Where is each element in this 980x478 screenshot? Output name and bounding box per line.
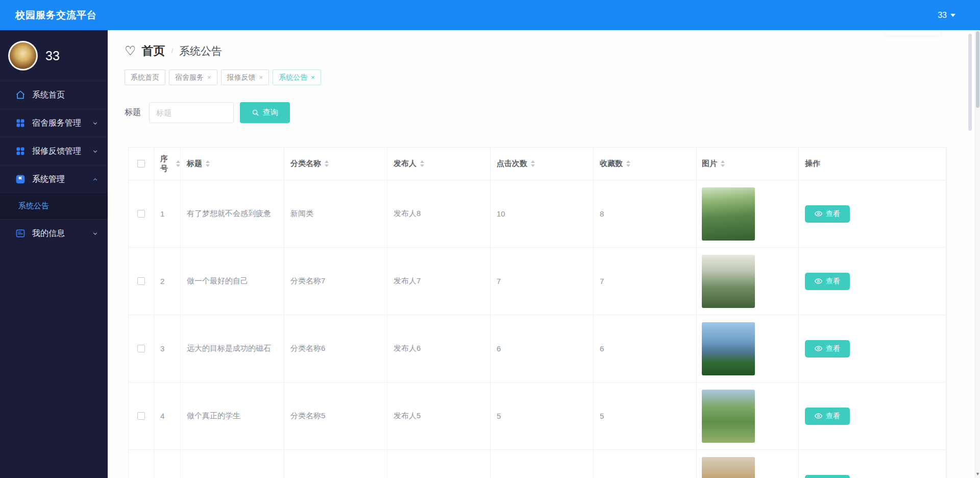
sort-icon[interactable] (325, 160, 329, 167)
row-favorite-count: 8 (594, 180, 697, 247)
column-header: 操作 (805, 159, 820, 169)
sort-icon[interactable] (626, 160, 630, 167)
row-publisher: 发布人5 (387, 383, 491, 449)
row-index: 1 (154, 180, 181, 247)
tab-label: 报修反馈 (227, 73, 256, 82)
user-menu[interactable]: 33 (938, 11, 955, 20)
view-button[interactable]: 查看 (805, 475, 850, 478)
row-image (702, 390, 755, 443)
tab-home[interactable]: 系统首页 (125, 69, 165, 85)
row-checkbox[interactable] (137, 345, 145, 352)
sidebar-item-label: 宿舍服务管理 (32, 118, 81, 129)
row-favorite-count: 5 (594, 383, 697, 449)
row-click-count: 5 (491, 383, 594, 449)
main-content: ♡ 首页 / 系统公告 系统首页 宿舍服务 × 报修反馈 × 系统公告 × 标题… (108, 0, 980, 478)
column-header: 发布人 (394, 159, 416, 169)
search-bar: 标题 查询 (125, 102, 980, 123)
sidebar-item-label: 我的信息 (32, 228, 65, 239)
column-header: 收藏数 (600, 159, 623, 169)
app-header: 校园服务交流平台 33 (0, 0, 980, 30)
row-title: 有了梦想就不会感到疲惫 (181, 180, 284, 247)
chevron-down-icon (950, 14, 955, 17)
view-button-label: 查看 (826, 209, 840, 219)
row-favorite-count: 6 (594, 315, 697, 382)
breadcrumb-home[interactable]: 首页 (141, 43, 165, 59)
table-row: 5 在大学给自己定个目标 分类名称4 发布人4 5 4 查看 (129, 450, 946, 478)
sidebar-item-home[interactable]: 系统首页 (0, 81, 108, 109)
column-header: 序号 (160, 154, 173, 174)
row-publisher: 发布人8 (387, 180, 491, 247)
row-index: 4 (154, 383, 181, 449)
sort-icon[interactable] (206, 160, 210, 167)
select-all-checkbox[interactable] (137, 160, 145, 168)
row-category: 分类名称4 (284, 450, 387, 478)
row-index: 5 (154, 450, 181, 478)
sidebar-item-repair-feedback[interactable]: 报修反馈管理 (0, 137, 108, 165)
row-image (702, 187, 755, 241)
row-category: 分类名称6 (284, 315, 387, 382)
sort-icon[interactable] (176, 160, 180, 167)
eye-icon (815, 277, 822, 285)
tab-label: 宿舍服务 (175, 73, 204, 82)
table-header: 序号 标题 分类名称 发布人 点击次数 收藏数 (129, 148, 946, 180)
table-row: 2 做一个最好的自己 分类名称7 发布人7 7 7 查看 (129, 248, 946, 315)
sidebar-subitem-announcement[interactable]: 系统公告 (0, 193, 108, 219)
breadcrumb: ♡ 首页 / 系统公告 (108, 30, 980, 59)
view-button[interactable]: 查看 (805, 408, 850, 425)
eye-icon (815, 345, 822, 352)
search-icon (252, 109, 259, 116)
chevron-down-icon (92, 230, 99, 237)
row-checkbox[interactable] (137, 412, 145, 420)
view-button[interactable]: 查看 (805, 205, 850, 223)
tab-announcement[interactable]: 系统公告 × (273, 69, 321, 85)
heart-icon: ♡ (125, 44, 136, 57)
row-click-count: 6 (491, 315, 594, 382)
content-scrollbar-thumb[interactable] (968, 34, 972, 131)
sidebar-profile: 33 (0, 30, 108, 81)
sidebar-item-system-management[interactable]: 系统管理 (0, 165, 108, 193)
row-publisher: 发布人6 (387, 315, 491, 382)
column-header: 分类名称 (290, 159, 321, 169)
query-button[interactable]: 查询 (240, 102, 290, 123)
sidebar-item-my-info[interactable]: 我的信息 (0, 219, 108, 247)
tab-bar: 系统首页 宿舍服务 × 报修反馈 × 系统公告 × (125, 69, 980, 85)
grid-circle-icon (15, 146, 26, 156)
window-scrollbar-thumb[interactable] (976, 31, 979, 108)
avatar[interactable] (8, 41, 38, 70)
row-category: 新闻类 (284, 180, 387, 247)
row-checkbox[interactable] (137, 210, 145, 218)
flag-icon (15, 174, 26, 184)
sort-icon[interactable] (721, 160, 725, 167)
row-title: 远大的目标是成功的磁石 (181, 315, 284, 382)
tab-repair-feedback[interactable]: 报修反馈 × (221, 69, 270, 85)
home-icon (15, 90, 26, 100)
close-icon[interactable]: × (207, 74, 211, 81)
row-category: 分类名称7 (284, 248, 387, 315)
chevron-up-icon (92, 176, 99, 183)
row-click-count: 7 (491, 248, 594, 315)
close-icon[interactable]: × (259, 74, 263, 81)
view-button[interactable]: 查看 (805, 273, 850, 290)
scrollbar-down-arrow[interactable]: ▼ (975, 471, 980, 476)
sort-icon[interactable] (420, 160, 424, 167)
search-field-label: 标题 (125, 107, 141, 118)
user-menu-label: 33 (938, 11, 947, 20)
sidebar-item-dorm-service[interactable]: 宿舍服务管理 (0, 109, 108, 137)
window-scrollbar[interactable]: ▼ (975, 30, 980, 478)
sidebar-subitem-label: 系统公告 (18, 201, 49, 211)
tab-label: 系统公告 (279, 73, 307, 82)
row-index: 2 (154, 248, 181, 315)
row-publisher: 发布人7 (387, 248, 491, 315)
sidebar-item-label: 报修反馈管理 (32, 146, 81, 157)
view-button[interactable]: 查看 (805, 340, 850, 357)
tab-dorm-service[interactable]: 宿舍服务 × (169, 69, 217, 85)
row-checkbox[interactable] (137, 277, 145, 285)
sidebar-menu: 系统首页 宿舍服务管理 报修反馈管理 系统管理 (0, 81, 108, 247)
breadcrumb-separator: / (171, 47, 173, 55)
row-click-count: 10 (491, 180, 594, 247)
sort-icon[interactable] (531, 160, 535, 167)
title-search-input[interactable] (149, 102, 234, 123)
close-icon[interactable]: × (311, 74, 315, 81)
view-button-label: 查看 (826, 412, 840, 421)
column-header: 标题 (187, 159, 202, 169)
